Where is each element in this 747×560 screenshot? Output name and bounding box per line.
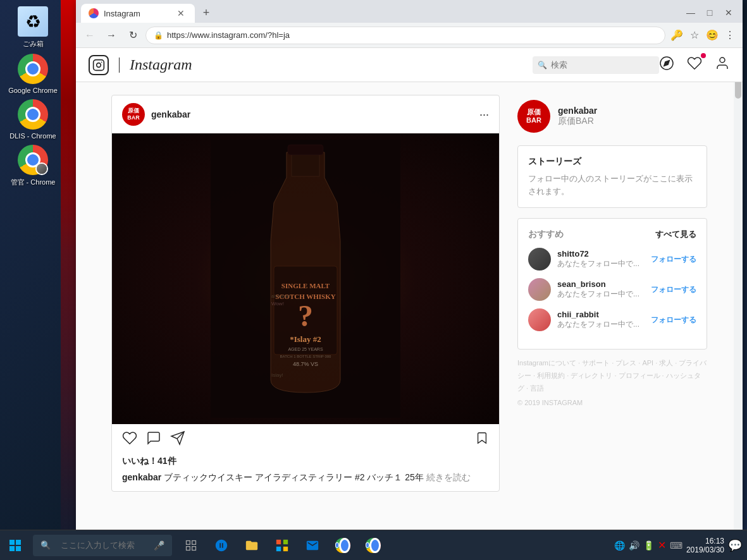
follow-button-3[interactable]: フォローする [651, 315, 696, 326]
svg-rect-28 [187, 546, 190, 550]
like-button[interactable] [122, 430, 137, 449]
maximize-button[interactable]: □ [701, 5, 719, 20]
minimize-button[interactable]: — [682, 5, 700, 20]
suggestion-username-1[interactable]: shitto72 [557, 249, 645, 259]
taskbar-apps [177, 532, 387, 559]
google-chrome-icon[interactable]: Google Chrome [8, 54, 58, 94]
start-button[interactable] [0, 530, 30, 561]
notification-center-icon[interactable]: 💬 [728, 539, 742, 552]
volume-icon[interactable]: 🔊 [629, 540, 639, 551]
suggestion-username-3[interactable]: chii_rabbit [557, 310, 645, 319]
svg-text:Wow!: Wow! [271, 301, 284, 307]
svg-rect-33 [283, 546, 288, 551]
read-more-link[interactable]: 続きを読む [426, 472, 471, 482]
svg-rect-26 [187, 540, 190, 544]
svg-rect-32 [276, 546, 281, 551]
caption-username[interactable]: genkabar [122, 472, 161, 482]
taskbar-search-input[interactable] [53, 535, 148, 556]
suggestion-info-2: sean_brison あなたをフォロー中で... [557, 279, 645, 300]
post-caption: genkabar ブティックウイスキー アイラディスティラリー #2 バッチ１ … [112, 470, 499, 491]
taskbar-clock[interactable]: 16:13 2019/03/30 [686, 537, 724, 554]
browser-tab[interactable]: Instagram ✕ [81, 4, 195, 23]
heart-icon[interactable] [687, 56, 702, 75]
recycle-bin-icon[interactable]: ♻ ごみ箱 [8, 6, 58, 49]
suggestion-sub-3: あなたをフォロー中で... [557, 319, 645, 330]
suggestion-username-2[interactable]: sean_brison [557, 279, 645, 289]
account-circle-icon[interactable]: 😊 [705, 28, 720, 43]
profile-icon[interactable] [715, 56, 730, 75]
address-bar: ← → ↻ 🔒 https://www.instagram.com/?hl=ja… [76, 23, 743, 48]
svg-text:Islay!: Islay! [271, 372, 283, 378]
sidebar-username[interactable]: genkabar [558, 106, 597, 116]
comment-button[interactable] [146, 430, 161, 449]
url-bar[interactable]: 🔒 https://www.instagram.com/?hl=ja [145, 27, 665, 44]
follow-button-1[interactable]: フォローする [651, 254, 696, 265]
svg-text:*Islay #2: *Islay #2 [290, 334, 321, 344]
post-image: SINGLE MALT SCOTCH WHISKY ? *Islay #2 [112, 133, 499, 424]
svg-rect-27 [192, 540, 196, 544]
chrome-taskbar-2[interactable] [359, 532, 387, 559]
back-button[interactable]: ← [81, 27, 99, 44]
keyboard-icon[interactable]: ⌨ [670, 540, 682, 551]
key-icon[interactable]: 🔑 [669, 28, 684, 43]
instagram-logo-icon [89, 55, 109, 75]
url-text: https://www.instagram.com/?hl=ja [167, 30, 657, 40]
battery-icon[interactable]: 🔋 [643, 540, 654, 551]
recycle-bin-label: ごみ箱 [23, 39, 44, 49]
taskbar-mic-icon[interactable]: 🎤 [154, 540, 164, 551]
post-likes: いいね！41件 [112, 453, 499, 470]
share-button[interactable] [170, 430, 185, 449]
follow-button-2[interactable]: フォローする [651, 284, 696, 295]
tab-close-button[interactable]: ✕ [175, 7, 187, 20]
suggestions-header: おすすめ すべて見る [528, 229, 696, 240]
edge-icon[interactable] [207, 532, 235, 559]
bookmark-star-icon[interactable]: ☆ [687, 28, 702, 43]
new-tab-button[interactable]: + [197, 4, 215, 21]
address-bar-right: 🔑 ☆ 😊 ⋮ [669, 28, 738, 43]
folder-icon[interactable] [238, 532, 266, 559]
browser-window: Instagram ✕ + — □ ✕ ← → ↻ 🔒 https://www.… [76, 0, 743, 530]
google-chrome-label: Google Chrome [8, 87, 58, 94]
compass-icon[interactable] [659, 56, 674, 75]
search-box[interactable]: 🔍 [533, 56, 659, 74]
dlis-chrome-icon[interactable]: DLIS - Chrome [8, 99, 58, 140]
post-username[interactable]: genkabar [151, 109, 190, 119]
more-options-icon[interactable]: ⋮ [722, 28, 738, 43]
svg-text:AGED 25 YEARS: AGED 25 YEARS [288, 347, 323, 351]
taskbar: 🔍 🎤 [0, 530, 747, 560]
store-icon[interactable] [268, 532, 296, 559]
taskbar-search-box[interactable]: 🔍 🎤 [33, 535, 172, 556]
instagram-footer: Instagramについて · サポート · プレス · API · 求人 · … [517, 350, 707, 417]
svg-point-1 [97, 63, 101, 67]
forward-button[interactable]: → [102, 27, 120, 44]
scrollbar-track[interactable] [734, 48, 743, 530]
suggestion-avatar-1[interactable] [528, 248, 551, 271]
header-divider [119, 58, 120, 73]
svg-rect-23 [16, 540, 21, 545]
reload-button[interactable]: ↻ [124, 27, 142, 44]
suggestion-avatar-3[interactable] [528, 308, 551, 331]
search-input[interactable] [551, 60, 639, 70]
dlis-chrome-label: DLIS - Chrome [9, 132, 56, 140]
svg-rect-29 [192, 546, 196, 550]
chrome-taskbar-1[interactable] [329, 532, 357, 559]
post-more-button[interactable]: ··· [479, 108, 489, 121]
taskbar-tray: 🌐 🔊 🔋 ✕ ⌨ 16:13 2019/03/30 💬 [614, 537, 747, 554]
save-button[interactable] [475, 431, 489, 449]
kanri-chrome-icon[interactable]: 管官 - Chrome [8, 145, 58, 187]
suggestion-avatar-2[interactable] [528, 278, 551, 301]
network-icon[interactable]: 🌐 [614, 540, 625, 551]
close-button[interactable]: ✕ [720, 5, 738, 20]
svg-text:48.7% VS: 48.7% VS [293, 361, 318, 367]
sidebar-avatar[interactable]: 原価BAR [517, 100, 550, 133]
footer-copyright: © 2019 INSTAGRAM [517, 397, 707, 410]
suggestion-item-1: shitto72 あなたをフォロー中で... フォローする [528, 248, 696, 271]
mail-icon[interactable] [299, 532, 326, 559]
post-avatar[interactable]: 原価BAR [122, 103, 145, 126]
svg-rect-19 [288, 145, 323, 155]
notification-x-icon[interactable]: ✕ [658, 539, 666, 551]
whisky-bottle-image: SINGLE MALT SCOTCH WHISKY ? *Islay #2 [112, 133, 499, 424]
task-view-button[interactable] [177, 532, 205, 559]
suggestions-box: おすすめ すべて見る shitto72 あなたをフォロー中で... フォローする [517, 218, 707, 350]
see-all-button[interactable]: すべて見る [655, 229, 696, 240]
